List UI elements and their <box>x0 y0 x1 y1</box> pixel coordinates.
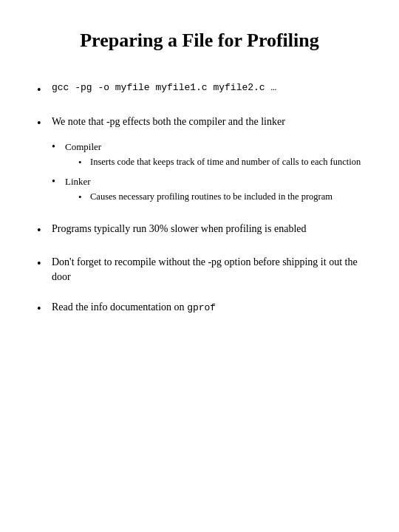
bullet-text-5: Read the info documentation on gprof <box>52 300 216 315</box>
bullet-dot-2: • <box>37 115 52 132</box>
bullet-section-1: • gcc -pg -o myfile myfile1.c myfile2.c … <box>37 81 362 103</box>
page-title: Preparing a File for Profiling <box>37 30 362 52</box>
bullet-dot-4: • <box>37 255 52 272</box>
bullet-item-4: • Don't forget to recompile without the … <box>37 255 362 284</box>
bullet-text-3: Programs typically run 30% slower when p… <box>52 222 306 236</box>
page: Preparing a File for Profiling • gcc -pg… <box>0 0 399 532</box>
bullet-text-2: We note that -pg effects both the compil… <box>52 115 285 129</box>
bullet-section-3: • Programs typically run 30% slower when… <box>37 222 362 243</box>
nested-label-compiler: Compiler <box>65 141 101 152</box>
nested-item-linker: • Linker • Causes necessary profiling ro… <box>52 174 362 206</box>
nested-item-compiler: • Compiler • Inserts code that keeps tra… <box>52 140 362 171</box>
nested-dot-linker: • <box>52 174 65 189</box>
bullet-section-2: • We note that -pg effects both the comp… <box>37 115 362 209</box>
bullet-dot-1: • <box>37 81 52 98</box>
bullet-text-1: gcc -pg -o myfile myfile1.c myfile2.c … <box>52 81 276 95</box>
nested-label-linker: Linker <box>65 176 91 187</box>
deep-dot-compiler-1: • <box>78 156 90 169</box>
bullet-item-1: • gcc -pg -o myfile myfile1.c myfile2.c … <box>37 81 362 98</box>
deep-nested-compiler: • Inserts code that keeps track of time … <box>78 156 361 169</box>
bullet-dot-5: • <box>37 300 52 317</box>
nested-dot-compiler: • <box>52 140 65 154</box>
deep-dot-linker-1: • <box>78 191 90 204</box>
deep-item-linker-1: • Causes necessary profiling routines to… <box>78 191 332 204</box>
bullet-item-2: • We note that -pg effects both the comp… <box>37 115 362 132</box>
bullet-text-5-code: gprof <box>187 302 216 313</box>
bullet-section-5: • Read the info documentation on gprof <box>37 300 362 321</box>
nested-list-2: • Compiler • Inserts code that keeps tra… <box>52 140 362 210</box>
deep-item-compiler-1: • Inserts code that keeps track of time … <box>78 156 361 169</box>
bullet-text-5-prefix: Read the info documentation on <box>52 301 187 313</box>
deep-text-linker-1: Causes necessary profiling routines to b… <box>90 191 332 204</box>
bullet-section-4: • Don't forget to recompile without the … <box>37 255 362 288</box>
deep-text-compiler-1: Inserts code that keeps track of time an… <box>90 156 361 169</box>
bullet-text-4: Don't forget to recompile without the -p… <box>52 255 362 284</box>
deep-nested-linker: • Causes necessary profiling routines to… <box>78 191 332 204</box>
bullet-item-5: • Read the info documentation on gprof <box>37 300 362 317</box>
bullet-item-3: • Programs typically run 30% slower when… <box>37 222 362 239</box>
bullet-dot-3: • <box>37 222 52 239</box>
content-area: • gcc -pg -o myfile myfile1.c myfile2.c … <box>37 81 362 502</box>
